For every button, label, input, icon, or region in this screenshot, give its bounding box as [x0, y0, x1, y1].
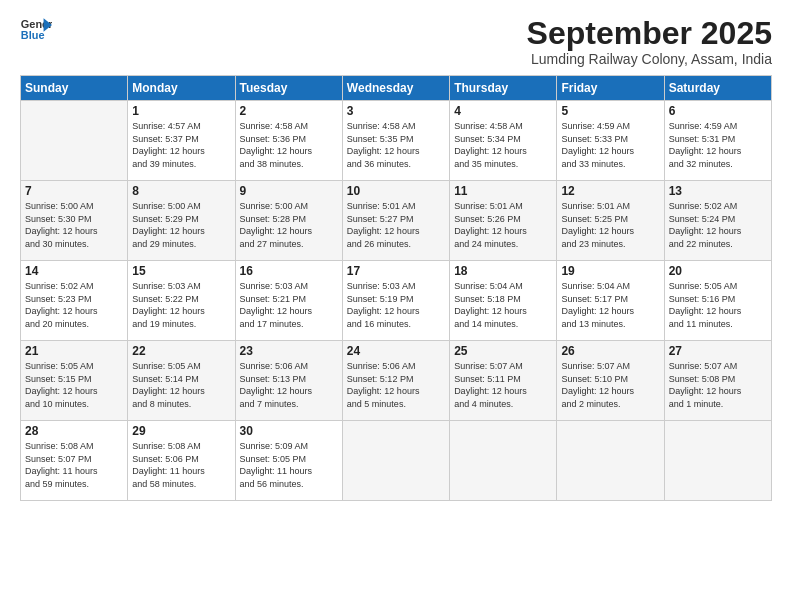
- calendar-cell: 27Sunrise: 5:07 AM Sunset: 5:08 PM Dayli…: [664, 341, 771, 421]
- day-info: Sunrise: 5:02 AM Sunset: 5:24 PM Dayligh…: [669, 200, 767, 250]
- calendar-cell: 10Sunrise: 5:01 AM Sunset: 5:27 PM Dayli…: [342, 181, 449, 261]
- logo-icon: General Blue: [20, 16, 52, 44]
- calendar-cell: [21, 101, 128, 181]
- calendar-cell: 28Sunrise: 5:08 AM Sunset: 5:07 PM Dayli…: [21, 421, 128, 501]
- day-info: Sunrise: 5:03 AM Sunset: 5:21 PM Dayligh…: [240, 280, 338, 330]
- header-day: Tuesday: [235, 76, 342, 101]
- day-info: Sunrise: 5:03 AM Sunset: 5:19 PM Dayligh…: [347, 280, 445, 330]
- calendar-cell: 2Sunrise: 4:58 AM Sunset: 5:36 PM Daylig…: [235, 101, 342, 181]
- calendar-week-row: 1Sunrise: 4:57 AM Sunset: 5:37 PM Daylig…: [21, 101, 772, 181]
- calendar-cell: [342, 421, 449, 501]
- day-info: Sunrise: 5:01 AM Sunset: 5:26 PM Dayligh…: [454, 200, 552, 250]
- title-block: September 2025 Lumding Railway Colony, A…: [527, 16, 772, 67]
- day-info: Sunrise: 4:58 AM Sunset: 5:36 PM Dayligh…: [240, 120, 338, 170]
- header-day: Friday: [557, 76, 664, 101]
- header-day: Sunday: [21, 76, 128, 101]
- day-number: 4: [454, 104, 552, 118]
- day-number: 23: [240, 344, 338, 358]
- day-number: 16: [240, 264, 338, 278]
- calendar-cell: 21Sunrise: 5:05 AM Sunset: 5:15 PM Dayli…: [21, 341, 128, 421]
- day-number: 17: [347, 264, 445, 278]
- calendar-cell: 12Sunrise: 5:01 AM Sunset: 5:25 PM Dayli…: [557, 181, 664, 261]
- day-info: Sunrise: 5:05 AM Sunset: 5:16 PM Dayligh…: [669, 280, 767, 330]
- day-number: 21: [25, 344, 123, 358]
- day-number: 19: [561, 264, 659, 278]
- calendar-cell: 9Sunrise: 5:00 AM Sunset: 5:28 PM Daylig…: [235, 181, 342, 261]
- calendar-cell: 25Sunrise: 5:07 AM Sunset: 5:11 PM Dayli…: [450, 341, 557, 421]
- day-number: 10: [347, 184, 445, 198]
- calendar-table: SundayMondayTuesdayWednesdayThursdayFrid…: [20, 75, 772, 501]
- calendar-cell: 19Sunrise: 5:04 AM Sunset: 5:17 PM Dayli…: [557, 261, 664, 341]
- day-info: Sunrise: 4:59 AM Sunset: 5:33 PM Dayligh…: [561, 120, 659, 170]
- day-number: 12: [561, 184, 659, 198]
- calendar-cell: 13Sunrise: 5:02 AM Sunset: 5:24 PM Dayli…: [664, 181, 771, 261]
- calendar-cell: 18Sunrise: 5:04 AM Sunset: 5:18 PM Dayli…: [450, 261, 557, 341]
- calendar-cell: 29Sunrise: 5:08 AM Sunset: 5:06 PM Dayli…: [128, 421, 235, 501]
- day-number: 24: [347, 344, 445, 358]
- day-number: 29: [132, 424, 230, 438]
- calendar-cell: 16Sunrise: 5:03 AM Sunset: 5:21 PM Dayli…: [235, 261, 342, 341]
- day-info: Sunrise: 5:01 AM Sunset: 5:27 PM Dayligh…: [347, 200, 445, 250]
- day-info: Sunrise: 5:04 AM Sunset: 5:17 PM Dayligh…: [561, 280, 659, 330]
- day-number: 27: [669, 344, 767, 358]
- day-info: Sunrise: 5:06 AM Sunset: 5:13 PM Dayligh…: [240, 360, 338, 410]
- day-info: Sunrise: 5:04 AM Sunset: 5:18 PM Dayligh…: [454, 280, 552, 330]
- day-info: Sunrise: 5:00 AM Sunset: 5:29 PM Dayligh…: [132, 200, 230, 250]
- day-info: Sunrise: 5:05 AM Sunset: 5:14 PM Dayligh…: [132, 360, 230, 410]
- day-info: Sunrise: 4:57 AM Sunset: 5:37 PM Dayligh…: [132, 120, 230, 170]
- day-number: 5: [561, 104, 659, 118]
- day-number: 14: [25, 264, 123, 278]
- day-number: 9: [240, 184, 338, 198]
- day-info: Sunrise: 5:00 AM Sunset: 5:30 PM Dayligh…: [25, 200, 123, 250]
- calendar-cell: [557, 421, 664, 501]
- day-number: 6: [669, 104, 767, 118]
- day-info: Sunrise: 5:07 AM Sunset: 5:08 PM Dayligh…: [669, 360, 767, 410]
- calendar-cell: 7Sunrise: 5:00 AM Sunset: 5:30 PM Daylig…: [21, 181, 128, 261]
- day-number: 20: [669, 264, 767, 278]
- calendar-week-row: 14Sunrise: 5:02 AM Sunset: 5:23 PM Dayli…: [21, 261, 772, 341]
- calendar-week-row: 7Sunrise: 5:00 AM Sunset: 5:30 PM Daylig…: [21, 181, 772, 261]
- header-day: Thursday: [450, 76, 557, 101]
- calendar-cell: 4Sunrise: 4:58 AM Sunset: 5:34 PM Daylig…: [450, 101, 557, 181]
- header-day: Saturday: [664, 76, 771, 101]
- calendar-cell: 11Sunrise: 5:01 AM Sunset: 5:26 PM Dayli…: [450, 181, 557, 261]
- day-info: Sunrise: 5:08 AM Sunset: 5:06 PM Dayligh…: [132, 440, 230, 490]
- calendar-cell: 22Sunrise: 5:05 AM Sunset: 5:14 PM Dayli…: [128, 341, 235, 421]
- calendar-cell: 24Sunrise: 5:06 AM Sunset: 5:12 PM Dayli…: [342, 341, 449, 421]
- calendar-cell: 1Sunrise: 4:57 AM Sunset: 5:37 PM Daylig…: [128, 101, 235, 181]
- calendar-cell: 6Sunrise: 4:59 AM Sunset: 5:31 PM Daylig…: [664, 101, 771, 181]
- calendar-cell: 15Sunrise: 5:03 AM Sunset: 5:22 PM Dayli…: [128, 261, 235, 341]
- day-number: 2: [240, 104, 338, 118]
- calendar-cell: 5Sunrise: 4:59 AM Sunset: 5:33 PM Daylig…: [557, 101, 664, 181]
- header-day: Monday: [128, 76, 235, 101]
- day-info: Sunrise: 4:59 AM Sunset: 5:31 PM Dayligh…: [669, 120, 767, 170]
- day-info: Sunrise: 5:01 AM Sunset: 5:25 PM Dayligh…: [561, 200, 659, 250]
- calendar-cell: 26Sunrise: 5:07 AM Sunset: 5:10 PM Dayli…: [557, 341, 664, 421]
- day-number: 18: [454, 264, 552, 278]
- day-info: Sunrise: 5:03 AM Sunset: 5:22 PM Dayligh…: [132, 280, 230, 330]
- calendar-cell: 17Sunrise: 5:03 AM Sunset: 5:19 PM Dayli…: [342, 261, 449, 341]
- calendar-week-row: 28Sunrise: 5:08 AM Sunset: 5:07 PM Dayli…: [21, 421, 772, 501]
- day-number: 22: [132, 344, 230, 358]
- logo: General Blue: [20, 16, 54, 44]
- day-info: Sunrise: 5:07 AM Sunset: 5:11 PM Dayligh…: [454, 360, 552, 410]
- day-info: Sunrise: 5:09 AM Sunset: 5:05 PM Dayligh…: [240, 440, 338, 490]
- header-day: Wednesday: [342, 76, 449, 101]
- day-number: 3: [347, 104, 445, 118]
- calendar-cell: 20Sunrise: 5:05 AM Sunset: 5:16 PM Dayli…: [664, 261, 771, 341]
- subtitle: Lumding Railway Colony, Assam, India: [527, 51, 772, 67]
- day-info: Sunrise: 5:07 AM Sunset: 5:10 PM Dayligh…: [561, 360, 659, 410]
- day-number: 28: [25, 424, 123, 438]
- calendar-cell: 23Sunrise: 5:06 AM Sunset: 5:13 PM Dayli…: [235, 341, 342, 421]
- calendar-cell: 8Sunrise: 5:00 AM Sunset: 5:29 PM Daylig…: [128, 181, 235, 261]
- calendar-cell: 30Sunrise: 5:09 AM Sunset: 5:05 PM Dayli…: [235, 421, 342, 501]
- day-number: 15: [132, 264, 230, 278]
- day-info: Sunrise: 4:58 AM Sunset: 5:35 PM Dayligh…: [347, 120, 445, 170]
- day-info: Sunrise: 5:00 AM Sunset: 5:28 PM Dayligh…: [240, 200, 338, 250]
- calendar-cell: [450, 421, 557, 501]
- month-title: September 2025: [527, 16, 772, 51]
- calendar-cell: 14Sunrise: 5:02 AM Sunset: 5:23 PM Dayli…: [21, 261, 128, 341]
- day-number: 8: [132, 184, 230, 198]
- day-info: Sunrise: 5:02 AM Sunset: 5:23 PM Dayligh…: [25, 280, 123, 330]
- day-info: Sunrise: 5:06 AM Sunset: 5:12 PM Dayligh…: [347, 360, 445, 410]
